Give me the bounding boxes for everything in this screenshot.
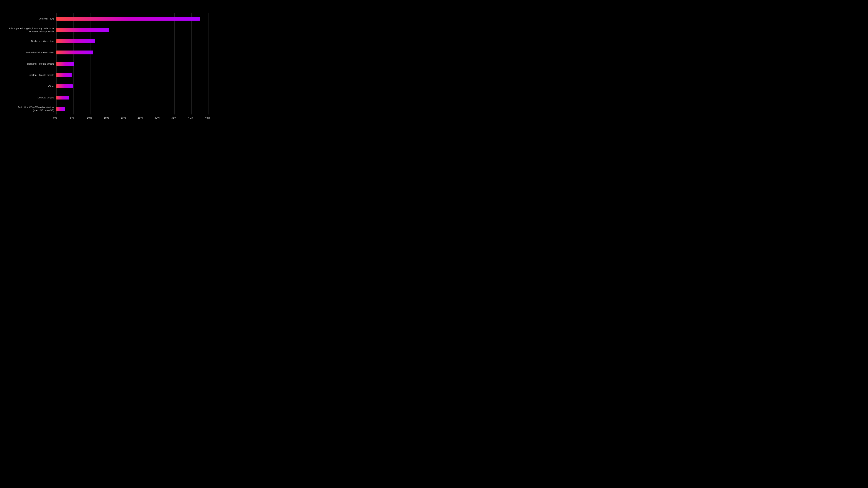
bar-fill — [56, 73, 71, 77]
bar-row — [56, 69, 208, 80]
bar-row — [56, 92, 208, 103]
bar-row — [56, 58, 208, 69]
x-axis-label: 25% — [137, 116, 143, 119]
x-axis-label: 0% — [53, 116, 57, 119]
bar-row — [56, 13, 208, 24]
y-label: Desktop targets — [9, 92, 56, 103]
bar-fill — [56, 39, 95, 43]
x-axis-label: 15% — [104, 116, 109, 119]
bar-fill — [56, 84, 73, 88]
y-label: Android + iOS — [9, 13, 56, 24]
y-label: Backend + Mobile targets — [9, 58, 56, 69]
x-axis-label: 35% — [171, 116, 176, 119]
bar-fill — [56, 96, 69, 99]
grid-line — [208, 13, 209, 115]
bar-track — [56, 96, 208, 99]
bar-track — [56, 73, 208, 77]
bar-row — [56, 103, 208, 115]
x-axis-label: 20% — [121, 116, 126, 119]
bar-track — [56, 62, 208, 66]
bar-track — [56, 107, 208, 111]
bar-row — [56, 80, 208, 92]
x-axis-label: 30% — [154, 116, 160, 119]
y-label: Backend + Web client — [9, 36, 56, 47]
chart-area: Android + iOSAll supported targets, I wa… — [9, 13, 208, 115]
x-axis-label: 5% — [70, 116, 74, 119]
y-labels: Android + iOSAll supported targets, I wa… — [9, 13, 56, 115]
bar-track — [56, 17, 208, 21]
chart-container: Android + iOSAll supported targets, I wa… — [9, 13, 208, 116]
x-axis-label: 40% — [188, 116, 193, 119]
bar-track — [56, 39, 208, 43]
y-label: All supported targets, I want my code to… — [9, 24, 56, 36]
bar-row — [56, 47, 208, 58]
y-label: Android + iOS + Wearable devices (watchO… — [9, 103, 56, 115]
x-axis-label: 10% — [87, 116, 92, 119]
bar-fill — [56, 51, 93, 55]
bar-fill — [56, 28, 109, 32]
bars-grid — [56, 13, 208, 115]
bar-row — [56, 36, 208, 47]
y-label: Other — [9, 80, 56, 92]
bar-fill — [56, 17, 200, 21]
bar-track — [56, 28, 208, 32]
y-label: Android + iOS + Web client — [9, 47, 56, 58]
bar-track — [56, 51, 208, 55]
x-axis-label: 45% — [205, 116, 210, 119]
bar-row — [56, 24, 208, 36]
y-label: Desktop + Mobile targets — [9, 69, 56, 80]
bar-fill — [56, 62, 74, 66]
bar-track — [56, 84, 208, 88]
bar-fill — [56, 107, 65, 111]
